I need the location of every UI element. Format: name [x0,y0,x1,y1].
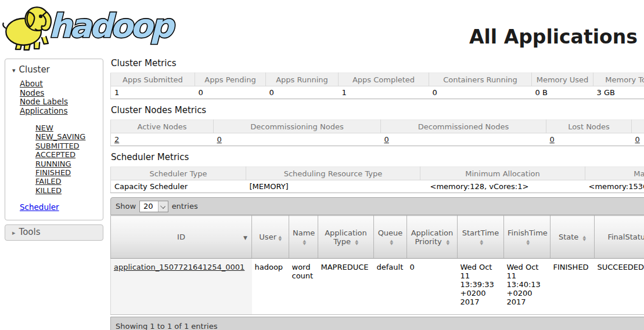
col-decommissioned-nodes: Decommissioned Nodes [381,120,546,133]
sidebar-item-new-saving[interactable]: NEW_SAVING [35,132,103,141]
col-application-type[interactable]: Application Type ▲▼ [318,216,374,259]
sidebar-item-accepted[interactable]: ACCEPTED [35,150,103,159]
col-application-priority[interactable]: Application Priority ▲▼ [407,216,458,259]
app-user-cell: hadoop [252,259,289,315]
col-apps-completed: Apps Completed [339,73,429,86]
cluster-metrics-title: Cluster Metrics [110,56,644,68]
page-size-value: 20 [140,201,158,212]
col-containers-running: Containers Running [429,73,532,86]
col-finalstatus[interactable]: FinalStatus ▲▼ [595,216,644,259]
sidebar-app-state-links: NEW NEW_SAVING SUBMITTED ACCEPTED RUNNIN… [5,124,103,195]
col-memory-total: Memory Total [593,73,644,86]
page-title: All Applications [469,26,638,48]
containers-running-value: 0 [429,86,532,99]
chevron-right-icon: ▸ [12,229,16,237]
apps-pending-value: 0 [195,86,266,99]
decommissioned-nodes-link[interactable]: 0 [384,135,389,144]
sort-both-icon: ▲▼ [390,239,393,245]
sort-desc-icon: ▼ [243,235,247,241]
main-content: Cluster Metrics Apps Submitted Apps Pend… [110,56,644,330]
sidebar-tools-header[interactable]: ▸Tools [5,224,103,241]
page-size-select[interactable]: 20 [139,201,168,212]
apps-completed-value: 1 [339,86,429,99]
applications-table: ID▼ User▲▼ Name ▲▼ Application Type ▲▼ Q… [110,215,644,315]
app-id-cell: application_1507721641254_0001 [111,259,252,315]
col-decommissioning-nodes: Decommissioning Nodes [214,120,381,133]
brand-text: hadoop [49,7,176,45]
chevron-down-icon [158,201,168,212]
col-maximum-allocation: Maximum Allocation [585,167,644,180]
col-starttime[interactable]: StartTime ▲▼ [458,216,504,259]
chevron-down-icon: ▾ [12,67,16,74]
col-name[interactable]: Name ▲▼ [289,216,318,259]
sidebar-cluster-panel: ▾Cluster About Nodes Node Labels Applica… [5,59,103,220]
col-apps-submitted: Apps Submitted [111,73,195,86]
maximum-allocation-value: <memory:1536, vCores:4> [585,180,644,193]
sidebar-item-applications[interactable]: Applications [20,107,103,116]
application-row: application_1507721641254_0001 hadoop wo… [111,259,644,315]
sort-both-icon: ▲▼ [527,239,530,245]
table-row: Capacity Scheduler [MEMORY] <memory:128,… [111,180,644,193]
apps-table-header-row: ID▼ User▲▼ Name ▲▼ Application Type ▲▼ Q… [111,216,644,259]
app-queue-cell: default [374,259,407,315]
col-apps-pending: Apps Pending [195,73,266,86]
decommissioning-nodes-link[interactable]: 0 [217,135,222,144]
table-row: 2 0 0 0 0 [111,133,644,146]
app-name-cell: word count [289,259,318,315]
apps-table-footer: Showing 1 to 1 of 1 entries [110,317,644,330]
sidebar-item-finished[interactable]: FINISHED [35,168,103,177]
sort-both-icon: ▲▼ [583,235,586,241]
table-header-row: Active Nodes Decommissioning Nodes Decom… [111,120,644,133]
sidebar-cluster-label: Cluster [19,64,50,75]
table-header-row: Scheduler Type Scheduling Resource Type … [111,167,644,180]
sidebar-item-about[interactable]: About [20,79,103,89]
sort-both-icon: ▲▼ [447,239,449,245]
col-state[interactable]: State ▲▼ [551,216,595,259]
showing-entries-text: Showing 1 to 1 of 1 entries [116,322,217,330]
sidebar-item-submitted[interactable]: SUBMITTED [35,142,103,150]
sidebar-tools-label: Tools [19,227,41,237]
memory-total-value: 3 GB [593,86,644,99]
memory-used-value: 0 B [532,86,593,99]
sidebar-item-nodes[interactable]: Nodes [20,89,103,98]
app-priority-cell: 0 [407,259,458,315]
col-memory-used: Memory Used [532,73,593,86]
sidebar: ▾Cluster About Nodes Node Labels Applica… [5,59,103,241]
col-unhealthy-nodes [632,120,644,133]
col-id[interactable]: ID▼ [111,216,252,259]
col-user[interactable]: User▲▼ [252,216,289,259]
application-id-link[interactable]: application_1507721641254_0001 [114,263,244,271]
scheduler-metrics-title: Scheduler Metrics [110,150,644,162]
unhealthy-nodes-link[interactable]: 0 [635,135,640,144]
apps-table-toolbar: Show 20 entries [110,197,644,215]
active-nodes-link[interactable]: 2 [114,135,119,144]
scheduling-resource-type-value: [MEMORY] [246,180,420,193]
sidebar-item-scheduler[interactable]: Scheduler [20,202,103,212]
cluster-nodes-metrics-title: Cluster Nodes Metrics [110,103,644,115]
sidebar-cluster-header[interactable]: ▾Cluster [5,63,103,79]
entries-label: entries [172,202,198,211]
app-state-cell: FINISHED [551,259,595,315]
sidebar-item-node-labels[interactable]: Node Labels [20,97,103,107]
table-header-row: Apps Submitted Apps Pending Apps Running… [111,73,644,86]
col-lost-nodes: Lost Nodes [546,120,632,133]
col-finishtime[interactable]: FinishTime ▲▼ [504,216,551,259]
app-starttime-cell: Wed Oct 11 13:39:33 +0200 2017 [458,259,504,315]
sidebar-item-new[interactable]: NEW [35,124,103,132]
sidebar-item-failed[interactable]: FAILED [35,177,103,186]
sort-both-icon: ▲▼ [303,239,306,245]
scheduler-type-value: Capacity Scheduler [111,180,246,193]
hadoop-wordmark: hadoop [46,1,183,50]
sort-both-icon: ▲▼ [480,239,483,245]
scheduler-metrics-table: Scheduler Type Scheduling Resource Type … [110,166,644,193]
sidebar-cluster-links: About Nodes Node Labels Applications [5,79,103,115]
yarn-all-applications-page: hadoop All Applications ▾Cluster About N… [0,0,644,330]
apps-running-value: 0 [266,86,339,99]
col-queue[interactable]: Queue ▲▼ [374,216,407,259]
col-scheduling-resource-type: Scheduling Resource Type [246,167,420,180]
sidebar-item-running[interactable]: RUNNING [35,159,103,168]
hadoop-logo: hadoop [1,1,183,52]
lost-nodes-link[interactable]: 0 [550,135,555,144]
table-row: 1 0 0 1 0 0 B 3 GB [111,86,644,99]
sidebar-item-killed[interactable]: KILLED [35,186,103,195]
